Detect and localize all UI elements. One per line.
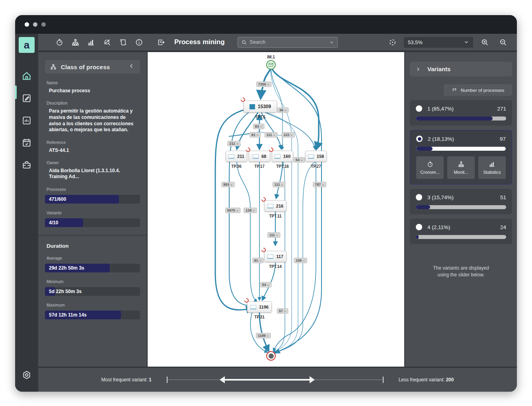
variant-range-slider[interactable] [167, 376, 384, 384]
app-logo[interactable]: a [19, 37, 35, 53]
edge-label[interactable]: 54⌄ [294, 157, 305, 163]
activity-icon [308, 154, 314, 159]
edge-label[interactable]: 111⌄ [273, 182, 286, 187]
node-tpt16[interactable]: 160 TPT.16 [272, 151, 293, 162]
chronometer-button[interactable]: Cronom... [416, 156, 444, 179]
start-node[interactable]: IM.1 [266, 60, 276, 70]
sidebar-item-reports[interactable] [19, 113, 35, 128]
toolbar-export-button[interactable] [154, 35, 168, 49]
reference-label: Reference [47, 140, 138, 145]
edge-label[interactable]: 54⌄ [260, 282, 272, 288]
edge-label[interactable]: 211⌄ [227, 141, 240, 146]
variant-range-bar: Most frequent variant: 1 Less frequent v… [38, 367, 517, 392]
edge-label[interactable]: 61⌄ [249, 132, 261, 138]
average-duration-value: 29d 22h 50m 3s [45, 264, 140, 272]
search-box[interactable] [238, 37, 338, 48]
toolbar-search-analysis-button[interactable] [100, 35, 114, 49]
variant-radio[interactable] [416, 194, 422, 200]
node-tp17[interactable]: 68 TP.17 [249, 151, 270, 162]
zoom-level-select[interactable]: 53,5% [404, 37, 473, 48]
sidebar-item-home[interactable] [19, 68, 35, 84]
slider-selected-range[interactable] [223, 379, 312, 381]
variant-card-2-selected[interactable]: 2 (18,13%) 97 Cronom... Monit... [410, 130, 512, 185]
node-tp27[interactable]: 158 TP.27 [305, 151, 327, 162]
description-value: Para permitir la gestión automática y ma… [49, 108, 138, 133]
toolbar-info-button[interactable] [132, 35, 146, 49]
statistics-button[interactable]: Statistics [478, 156, 506, 179]
activity-icon [253, 154, 259, 159]
variant-radio[interactable] [416, 105, 422, 112]
bar-chart-icon [87, 38, 95, 47]
sidebar-item-planning[interactable] [19, 135, 35, 151]
variant-card-3[interactable]: 3 (15,74%) 51 [410, 189, 512, 214]
export-icon [157, 38, 166, 47]
toolbar: Process mining 53,5% [38, 34, 517, 52]
sort-by-processes-button[interactable]: Number of processes [444, 84, 512, 96]
node-tpt5[interactable]: 15309 TPT.5 [244, 101, 277, 113]
node-name: TPT.16 [276, 164, 289, 169]
variant-label: 4 (2,11%) [427, 224, 450, 230]
chevron-down-icon [329, 40, 334, 45]
edge-label[interactable]: 57⌄ [277, 308, 288, 314]
variants-header[interactable]: Variants [410, 62, 512, 76]
variant-card-1[interactable]: 1 (85,47%) 271 [410, 100, 512, 126]
class-of-process-header[interactable]: Class of process [45, 60, 140, 74]
edge-label[interactable]: 61⌄ [252, 258, 264, 263]
node-count: 216 [276, 204, 283, 208]
edge-label[interactable]: 36⌄ [277, 107, 289, 113]
variant-bar [416, 117, 506, 120]
edge-label[interactable]: 122⌄ [281, 132, 295, 138]
zoom-in-button[interactable] [478, 35, 491, 49]
edge-label[interactable]: 159⌄ [294, 258, 307, 263]
doc-alert-icon [119, 38, 127, 47]
toolbar-monitoring-button[interactable] [68, 35, 82, 49]
maximum-duration-value: 57d 12h 11m 14s [45, 311, 140, 319]
variant-radio-checked[interactable] [416, 136, 423, 142]
edge-label[interactable]: 953⌄ [221, 182, 235, 187]
collapse-panel-button[interactable] [128, 62, 135, 71]
edge-label[interactable]: 787⌄ [313, 182, 326, 187]
zoom-level-value: 53,5% [408, 39, 423, 45]
window-close-dot[interactable] [25, 22, 29, 27]
zoom-out-icon [499, 38, 507, 47]
sidebar-item-settings[interactable] [19, 367, 35, 383]
monitoring-button[interactable]: Monit... [447, 156, 475, 179]
zoom-in-icon [481, 38, 489, 47]
edge-label[interactable]: 111⌄ [265, 132, 278, 138]
variant-card-4[interactable]: 4 (2,11%) 24 [410, 219, 512, 244]
sidebar-item-edit[interactable] [19, 90, 35, 106]
end-node[interactable] [266, 351, 276, 361]
toolbar-alerts-button[interactable] [116, 35, 130, 49]
search-input[interactable] [250, 39, 326, 45]
edge-label[interactable]: 5975⌄ [225, 208, 241, 213]
node-name: TPT.5 [255, 115, 265, 119]
window-minimize-dot[interactable] [33, 22, 37, 27]
center-view-button[interactable] [386, 35, 399, 49]
node-tpt11[interactable]: 216 TPT.11 [264, 200, 286, 212]
node-tp31[interactable]: 1196 TP.31 [247, 301, 272, 313]
edge-label[interactable]: 1189⌄ [256, 333, 271, 338]
stopwatch-icon [427, 161, 434, 168]
slider-right-handle[interactable] [310, 376, 315, 383]
window-maximize-dot[interactable] [41, 22, 46, 27]
node-tp36[interactable]: 211 TP.36 [226, 151, 247, 162]
node-count: 117 [276, 254, 283, 259]
edge-label[interactable]: 111⌄ [267, 232, 281, 238]
button-label: Monit... [454, 170, 468, 175]
sidebar-item-portfolio[interactable] [19, 157, 35, 173]
average-label: Average [47, 256, 138, 260]
slider-left-handle[interactable] [220, 376, 225, 383]
edge-label[interactable]: 7350⌄ [256, 82, 272, 87]
end-node-core [269, 354, 274, 359]
slider-start-tick [167, 377, 168, 383]
sidebar: a [15, 34, 38, 392]
toolbar-statistics-button[interactable] [84, 35, 98, 49]
process-map-canvas[interactable]: IM.1 15309 TPT.5 [148, 52, 404, 367]
edge-label[interactable]: 83⌄ [253, 124, 265, 129]
edge-label[interactable]: 128⌄ [244, 208, 257, 213]
minimum-label: Minimum [47, 279, 138, 284]
toolbar-chronometer-button[interactable] [53, 35, 66, 49]
zoom-out-button[interactable] [496, 35, 510, 49]
variant-radio[interactable] [416, 224, 422, 230]
node-tpt14[interactable]: 117 TPT.14 [264, 251, 286, 262]
